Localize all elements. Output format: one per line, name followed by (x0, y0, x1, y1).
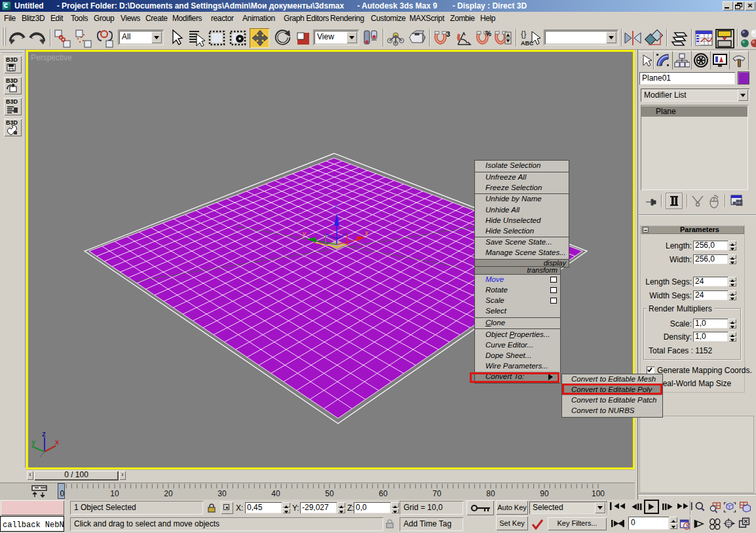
svg-text:y: y (302, 230, 307, 237)
svg-text:{}: {} (521, 29, 527, 39)
svg-text:z: z (42, 429, 46, 439)
svg-text:x: x (364, 229, 369, 237)
svg-text:x: x (55, 438, 60, 446)
svg-text:z: z (333, 203, 337, 210)
svg-text:y: y (31, 438, 36, 446)
svg-text:%: % (485, 30, 491, 37)
svg-text:3: 3 (446, 30, 450, 38)
